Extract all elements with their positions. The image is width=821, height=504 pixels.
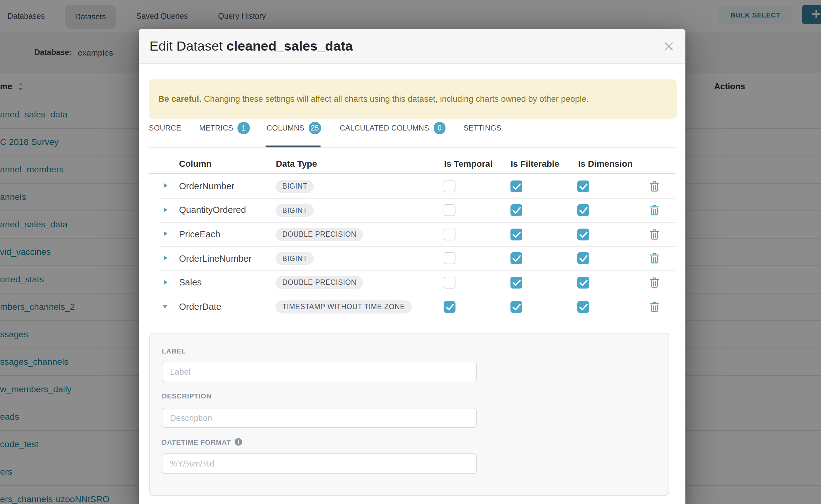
- label-field-label: LABEL: [162, 347, 186, 355]
- column-row: PriceEachDOUBLE PRECISION: [149, 222, 676, 246]
- tab-columns[interactable]: COLUMNS25: [267, 119, 321, 137]
- tab-calculated-columns[interactable]: CALCULATED COLUMNS0: [340, 119, 446, 137]
- data-type-pill: BIGINT: [276, 252, 314, 265]
- is-temporal-checkbox[interactable]: [444, 277, 456, 289]
- trash-icon: [650, 301, 660, 312]
- is-filterable-checkbox[interactable]: [511, 228, 523, 240]
- caret-down-icon[interactable]: [162, 305, 167, 309]
- screen: Databases Datasets Saved Queries Query H…: [0, 0, 821, 504]
- col-header-is-dimension: Is Dimension: [578, 154, 633, 173]
- check-icon: [513, 303, 522, 311]
- is-dimension-checkbox[interactable]: [578, 180, 590, 192]
- check-icon: [446, 303, 454, 311]
- is-dimension-checkbox[interactable]: [578, 253, 590, 264]
- check-icon: [580, 303, 588, 311]
- delete-column-icon[interactable]: [650, 229, 660, 240]
- delete-column-icon[interactable]: [650, 205, 660, 215]
- column-row: SalesDOUBLE PRECISION: [149, 270, 676, 294]
- data-type-pill: DOUBLE PRECISION: [276, 228, 363, 241]
- data-type-pill: DOUBLE PRECISION: [276, 276, 363, 289]
- caret-right-icon[interactable]: [164, 231, 167, 236]
- tab-badge: 25: [309, 122, 321, 134]
- column-row: QuantityOrderedBIGINT: [149, 198, 676, 222]
- trash-icon: [650, 229, 660, 240]
- modal-title: Edit Dataset cleaned_sales_data: [150, 30, 353, 63]
- is-filterable-checkbox[interactable]: [511, 277, 523, 289]
- is-temporal-checkbox[interactable]: [444, 180, 456, 192]
- caret-right-icon[interactable]: [164, 207, 167, 212]
- column-editor-panel: LABEL DESCRIPTION DATETIME FORMAT: [150, 333, 670, 496]
- is-dimension-checkbox[interactable]: [578, 204, 590, 216]
- data-type-pill: BIGINT: [276, 204, 314, 217]
- trash-icon: [650, 277, 660, 288]
- datetime-format-input[interactable]: [162, 453, 477, 474]
- tab-metrics[interactable]: METRICS1: [199, 119, 250, 137]
- check-icon: [580, 231, 588, 239]
- caret-right-icon[interactable]: [164, 255, 167, 260]
- column-name: QuantityOrdered: [179, 198, 246, 222]
- info-icon[interactable]: [234, 438, 242, 446]
- is-filterable-checkbox[interactable]: [511, 301, 523, 313]
- warning-alert-text: Be careful. Changing these settings will…: [158, 80, 589, 119]
- column-name: OrderLineNumber: [179, 246, 251, 270]
- modal-tabs: SOURCE METRICS1 COLUMNS25 CALCULATED COL…: [149, 119, 676, 148]
- check-icon: [580, 279, 588, 287]
- warning-alert: Be careful. Changing these settings will…: [149, 80, 677, 119]
- is-filterable-checkbox[interactable]: [511, 180, 523, 192]
- column-name: OrderNumber: [179, 174, 234, 198]
- column-row: OrderLineNumberBIGINT: [149, 246, 676, 270]
- tab-badge: 0: [434, 122, 446, 134]
- col-header-is-filterable: Is Filterable: [511, 154, 560, 173]
- is-temporal-checkbox[interactable]: [444, 204, 456, 216]
- column-row: OrderNumberBIGINT: [149, 174, 676, 198]
- col-header-is-temporal: Is Temporal: [444, 154, 493, 173]
- caret-right-icon[interactable]: [164, 183, 167, 188]
- column-name: OrderDate: [179, 294, 221, 319]
- trash-icon: [650, 205, 660, 215]
- data-type-pill: TIMESTAMP WITHOUT TIME ZONE: [276, 300, 412, 313]
- is-filterable-checkbox[interactable]: [511, 204, 523, 216]
- active-tab-indicator: [265, 145, 320, 147]
- close-icon[interactable]: [664, 42, 673, 51]
- check-icon: [513, 183, 522, 190]
- column-row: OrderDateTIMESTAMP WITHOUT TIME ZONE: [149, 294, 676, 319]
- tab-badge: 1: [238, 122, 250, 134]
- is-filterable-checkbox[interactable]: [511, 253, 523, 264]
- column-name: PriceEach: [179, 222, 220, 246]
- modal-header: Edit Dataset cleaned_sales_data: [139, 30, 686, 64]
- label-input[interactable]: [162, 362, 477, 382]
- is-dimension-checkbox[interactable]: [578, 277, 590, 289]
- delete-column-icon[interactable]: [650, 253, 660, 264]
- description-input[interactable]: [162, 408, 477, 428]
- check-icon: [513, 255, 522, 263]
- column-name: Sales: [179, 270, 202, 294]
- datetime-format-field-label: DATETIME FORMAT: [162, 438, 242, 446]
- is-temporal-checkbox[interactable]: [444, 301, 456, 313]
- edit-dataset-modal: Edit Dataset cleaned_sales_data Be caref…: [139, 30, 686, 504]
- delete-column-icon[interactable]: [650, 181, 660, 191]
- is-temporal-checkbox[interactable]: [444, 253, 456, 264]
- is-temporal-checkbox[interactable]: [444, 228, 456, 240]
- description-field-label: DESCRIPTION: [162, 393, 211, 400]
- tab-source[interactable]: SOURCE: [149, 119, 181, 137]
- is-dimension-checkbox[interactable]: [578, 301, 590, 313]
- tab-settings[interactable]: SETTINGS: [464, 119, 502, 137]
- check-icon: [580, 207, 588, 215]
- check-icon: [513, 231, 522, 239]
- data-type-pill: BIGINT: [276, 180, 314, 193]
- check-icon: [513, 279, 522, 287]
- check-icon: [580, 183, 588, 190]
- is-dimension-checkbox[interactable]: [578, 228, 590, 240]
- check-icon: [513, 207, 522, 215]
- col-header-data-type: Data Type: [276, 154, 317, 173]
- delete-column-icon[interactable]: [650, 277, 660, 288]
- check-icon: [580, 255, 588, 263]
- delete-column-icon[interactable]: [650, 301, 660, 312]
- col-header-column: Column: [179, 154, 211, 173]
- trash-icon: [650, 253, 660, 264]
- trash-icon: [650, 181, 660, 191]
- caret-right-icon[interactable]: [164, 279, 167, 284]
